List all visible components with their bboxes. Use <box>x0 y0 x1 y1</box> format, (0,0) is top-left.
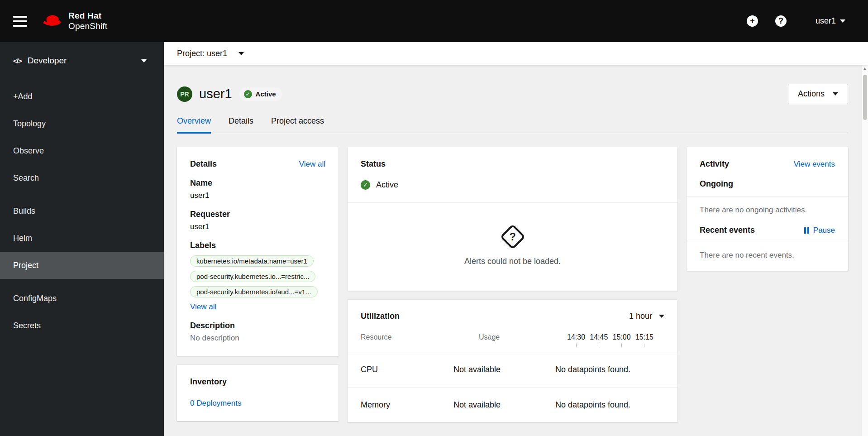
time-axis: 14:30 14:45 15:00 15:15 <box>555 333 664 347</box>
chevron-down-icon <box>833 92 838 96</box>
alerts-empty-message: Alerts could not be loaded. <box>464 257 561 266</box>
page-title: user1 <box>199 86 232 101</box>
sidebar-item-observe[interactable]: Observe <box>0 137 164 164</box>
project-status-text: Active <box>376 180 398 190</box>
pause-icon <box>804 227 809 234</box>
sidebar-item-helm[interactable]: Helm <box>0 225 164 252</box>
labels-list: kubernetes.io/metadata.name=user1 pod-se… <box>190 255 325 297</box>
alerts-empty-state: ? Alerts could not be loaded. <box>348 202 677 291</box>
help-question-circle-icon[interactable]: ? <box>775 15 787 27</box>
status-card: Status ✓ Active ? Alerts could n <box>348 147 677 291</box>
requester-value: user1 <box>190 222 325 231</box>
time-tick: 15:00 <box>613 333 631 347</box>
status-card-title: Status <box>361 159 386 168</box>
chevron-down-icon[interactable] <box>238 52 244 55</box>
page-scroll-area: PR user1 ✓ Active Actions Overview Detai… <box>164 65 861 436</box>
scrollbar-thumb[interactable] <box>863 75 867 120</box>
details-card-header: Details View all <box>190 159 325 169</box>
question-glyph: ? <box>509 230 515 243</box>
sidebar-item-search[interactable]: Search <box>0 164 164 192</box>
tab-overview[interactable]: Overview <box>177 116 211 133</box>
time-tick: 14:45 <box>590 333 608 347</box>
activity-card: Activity View events Ongoing There are n… <box>687 147 848 271</box>
sidebar-item-project[interactable]: Project <box>0 252 164 279</box>
resource-column-header: Resource <box>361 333 453 341</box>
page-header: PR user1 ✓ Active Actions <box>164 65 861 104</box>
utilization-row-cpu: CPU Not available No datapoints found. <box>348 352 677 387</box>
project-status-row: ✓ Active <box>361 180 664 190</box>
labels-view-all-link[interactable]: View all <box>190 302 216 311</box>
unknown-question-icon: ? <box>500 224 525 249</box>
time-tick: 15:15 <box>635 333 653 347</box>
utilization-row-memory: Memory Not available No datapoints found… <box>348 387 677 422</box>
label-pill[interactable]: pod-security.kubernetes.io/aud...=v1... <box>190 286 318 297</box>
pause-events-button[interactable]: Pause <box>804 226 835 235</box>
overview-dashboard: Details View all Name user1 Requester us… <box>164 133 861 422</box>
description-value: No description <box>190 334 325 343</box>
view-events-link[interactable]: View events <box>794 160 835 169</box>
tab-project-access[interactable]: Project access <box>271 116 324 133</box>
actions-dropdown-button[interactable]: Actions <box>788 84 848 104</box>
developer-code-icon: </> <box>13 57 22 65</box>
deployments-count-link[interactable]: 0 Deployments <box>190 399 325 408</box>
activity-card-header: Activity View events <box>687 147 848 179</box>
brand-line1: Red Hat <box>68 11 107 21</box>
time-label: 14:30 <box>567 333 585 341</box>
masthead: Red Hat OpenShift + ? user1 <box>0 0 868 42</box>
actions-label: Actions <box>798 89 825 99</box>
name-label: Name <box>190 178 325 188</box>
requester-label: Requester <box>190 210 325 219</box>
ongoing-empty-message: There are no ongoing activities. <box>687 196 848 225</box>
ongoing-section-title: Ongoing <box>687 179 848 196</box>
vertical-scrollbar[interactable]: ▲ <box>861 65 868 436</box>
check-circle-icon: ✓ <box>361 180 370 190</box>
resource-usage: Not available <box>453 400 555 410</box>
sidebar-item-topology[interactable]: Topology <box>0 110 164 137</box>
status-badge: ✓ Active <box>239 87 282 101</box>
tab-details[interactable]: Details <box>229 116 253 133</box>
user-menu-label: user1 <box>816 16 836 26</box>
left-column: Details View all Name user1 Requester us… <box>177 147 339 421</box>
label-pill[interactable]: pod-security.kubernetes.io...=restric... <box>190 271 315 282</box>
sidebar-nav: </> Developer +Add Topology Observe Sear… <box>0 42 164 436</box>
openshift-console: Red Hat OpenShift + ? user1 </> Develope… <box>0 0 868 436</box>
sidebar-item-add[interactable]: +Add <box>0 83 164 110</box>
project-selector-label[interactable]: Project: user1 <box>177 49 227 58</box>
right-column: Activity View events Ongoing There are n… <box>687 147 848 271</box>
brand-line2: OpenShift <box>68 21 107 31</box>
resource-datapoints: No datapoints found. <box>555 365 664 374</box>
time-label: 15:15 <box>635 333 653 341</box>
perspective-switcher[interactable]: </> Developer <box>0 42 164 79</box>
time-label: 14:45 <box>590 333 608 341</box>
main-area: Project: user1 PR user1 ✓ Active Actions <box>164 42 868 436</box>
duration-dropdown[interactable]: 1 hour <box>629 311 664 321</box>
sidebar-group-2: Builds Helm Project <box>0 197 164 279</box>
duration-value: 1 hour <box>629 311 652 321</box>
app-body: </> Developer +Add Topology Observe Sear… <box>0 42 868 436</box>
brand-logo: Red Hat OpenShift <box>42 11 107 31</box>
details-view-all-link[interactable]: View all <box>299 160 325 169</box>
project-resource-badge: PR <box>177 86 192 102</box>
scroll-up-arrow-icon[interactable]: ▲ <box>862 66 868 71</box>
usage-column-header: Usage <box>453 333 555 341</box>
description-label: Description <box>190 321 325 331</box>
import-plus-circle-icon[interactable]: + <box>747 15 758 27</box>
sidebar-items: +Add Topology Observe Search Builds Helm… <box>0 79 164 339</box>
inventory-card-title: Inventory <box>190 377 227 386</box>
utilization-column-headers: Resource Usage 14:30 14:45 15:00 15:15 <box>361 333 664 352</box>
sidebar-item-configmaps[interactable]: ConfigMaps <box>0 285 164 312</box>
sidebar-item-builds[interactable]: Builds <box>0 197 164 225</box>
chevron-down-icon <box>840 19 845 23</box>
name-value: user1 <box>190 191 325 200</box>
recent-events-title: Recent events <box>700 225 755 235</box>
label-pill[interactable]: kubernetes.io/metadata.name=user1 <box>190 255 314 267</box>
inventory-card: Inventory 0 Deployments <box>177 365 339 421</box>
time-tick: 14:30 <box>567 333 585 347</box>
details-card-title: Details <box>190 159 217 169</box>
redhat-fedora-icon <box>42 14 62 28</box>
user-menu-dropdown[interactable]: user1 <box>816 16 845 26</box>
hamburger-menu-icon[interactable] <box>13 16 27 27</box>
resource-usage: Not available <box>453 365 555 374</box>
resource-name: CPU <box>361 365 453 374</box>
sidebar-item-secrets[interactable]: Secrets <box>0 312 164 339</box>
